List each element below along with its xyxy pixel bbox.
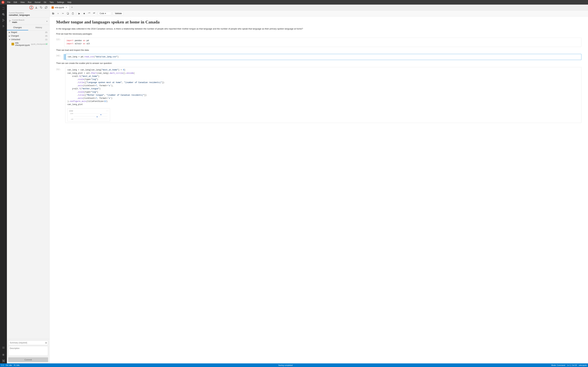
activity-git[interactable] (1, 24, 6, 29)
status-git: Git: idle (6, 364, 12, 366)
menu-run[interactable]: Run (26, 1, 33, 4)
changed-section-header[interactable]: ▶ Changed (0) (7, 34, 49, 38)
menu-file[interactable]: File (6, 1, 12, 4)
paste-button[interactable] (70, 11, 75, 16)
separator-3 (112, 12, 112, 15)
changes-list: ▶ Staged (0) ▶ Changed (0) ▼ Untracked (… (7, 31, 49, 339)
new-tab-button[interactable]: + (69, 5, 75, 10)
code-line: can_lang = can_lang[can_lang["most_at_ho… (68, 68, 579, 72)
svg-point-4 (2, 19, 3, 20)
activity-extensions[interactable] (1, 345, 6, 350)
code-line: .scale(type="log") (68, 78, 579, 81)
code-line: import altair as alt (66, 42, 579, 45)
staged-arrow: ▶ (9, 32, 10, 33)
add-cell-button[interactable]: + (56, 11, 60, 16)
staged-section-header[interactable]: ▶ Staged (0) (7, 31, 49, 34)
untracked-count: (1) (45, 39, 47, 41)
status-line-col: 1 1 (1, 364, 4, 366)
pull-icon[interactable] (34, 6, 38, 9)
copy-button[interactable] (66, 11, 70, 16)
menu-view[interactable]: View (19, 1, 26, 4)
interrupt-button[interactable]: ■ (82, 11, 86, 16)
svg-text:10M: 10M (71, 118, 73, 120)
notebook-tab-icon (52, 6, 54, 9)
refresh-icon[interactable] (44, 6, 48, 9)
menu-kernel[interactable]: Kernel (34, 1, 42, 4)
validate-button[interactable]: Validate (113, 12, 123, 15)
menubar: S File Edit View Run Kernel Git Tabs Set… (0, 0, 588, 5)
branch-section[interactable]: Current Branch main ▾ (7, 18, 49, 25)
code-line: .title(["Mother tongue", "(number of Can… (68, 94, 579, 97)
tab-changes[interactable]: Changes (7, 25, 28, 30)
intro-text: In the language data collected in the 20… (56, 27, 581, 31)
commit-button[interactable]: Commit (8, 357, 48, 362)
svg-point-13 (9, 21, 10, 22)
summary-input[interactable] (8, 341, 48, 345)
svg-point-11 (41, 7, 41, 7)
file-status: U (46, 43, 47, 45)
restart-button[interactable] (87, 11, 91, 16)
code-line: .title(["Language spoken most at home", … (68, 81, 579, 84)
description-textarea[interactable] (8, 346, 48, 356)
status-cursor: Ln 1, Col 20 (567, 364, 577, 366)
notebook-close-btn[interactable]: ✕ (66, 6, 67, 9)
commit-area: ⊞ Commit (7, 339, 49, 363)
svg-point-26 (97, 116, 98, 117)
activity-settings[interactable] (1, 352, 6, 358)
untracked-arrow: ▼ (9, 39, 10, 41)
branch-label: Current Branch (12, 19, 25, 21)
branch-dropdown-arrow[interactable]: ▾ (46, 20, 47, 22)
code-line: .axis(tickCount=7, format='s') (68, 97, 579, 100)
notebook-toolbar: + ✂ ▶ ■ Code ▾ Validate (50, 10, 588, 17)
svg-rect-19 (72, 12, 73, 13)
svg-rect-18 (72, 13, 74, 14)
menu-help[interactable]: Help (66, 1, 73, 4)
code-line: can_lang_plot (68, 103, 579, 106)
activity-source-control[interactable] (1, 18, 6, 23)
cell-content-5[interactable]: can_lang = can_lang[can_lang["most_at_ho… (65, 67, 581, 123)
notebook-tab-eda[interactable]: eda.ipynb ✕ (50, 5, 69, 10)
menu-tabs[interactable]: Tabs (48, 1, 55, 4)
scatter-text: Then we can create the scatter plot to a… (56, 62, 581, 64)
activity-search[interactable] (1, 12, 6, 17)
file-path: .ipynb_checkpoints (31, 43, 46, 45)
code-line: .scale(type="log") (68, 91, 579, 94)
sidebar-toolbar (7, 5, 49, 10)
file-name: eda-checkpoint.ipynb (15, 42, 30, 46)
load-text: First we load the necessary packages: (56, 33, 581, 35)
branch-info: Current Branch main (12, 19, 25, 24)
notebook-tab-name: eda.ipynb (55, 6, 64, 9)
branch-name: main (12, 21, 25, 24)
push-icon[interactable] (29, 6, 33, 9)
repo-name: canadian_languages (9, 14, 47, 16)
code-line: y=alt.Y("mother_tongue") (68, 87, 579, 91)
tab-history[interactable]: History (28, 25, 50, 30)
cell-type-dropdown[interactable]: Code ▾ (98, 12, 111, 15)
activity-puzzle[interactable] (1, 358, 6, 363)
activity-explorer[interactable] (1, 6, 6, 11)
branch-icon (9, 20, 11, 23)
untracked-section-header[interactable]: ▼ Untracked (1) (7, 38, 49, 41)
run-button[interactable]: ▶ (77, 11, 82, 16)
menu-git[interactable]: Git (43, 1, 48, 4)
restart-run-button[interactable] (92, 11, 96, 16)
status-saving: Saving completed (278, 364, 293, 366)
file-item[interactable]: eda-checkpoint.ipynb .ipynb_checkpoints … (7, 41, 49, 47)
save-button[interactable] (51, 11, 55, 16)
cell-content-4[interactable]: can_lang = pd.read_csv("data/can_lang.cs… (65, 54, 581, 60)
code-line: x=alt.X("most_at_home") (68, 75, 579, 78)
summary-icon[interactable]: ⊞ (45, 342, 47, 344)
svg-text:100M: 100M (70, 113, 73, 114)
tag-icon[interactable] (39, 6, 43, 9)
cell-number-2: [2]: (56, 38, 64, 47)
notebook-tabbar: eda.ipynb ✕ + (50, 5, 588, 10)
notebook-content: Mother tongue and languages spoken at ho… (50, 17, 588, 363)
menu-edit[interactable]: Edit (12, 1, 18, 4)
cell-content-2[interactable]: import pandas as pd import altair as alt (64, 38, 581, 47)
repo-section: Current Repository canadian_languages (7, 10, 49, 18)
cell-type-label: Code (100, 12, 104, 15)
menu-settings[interactable]: Settings (56, 1, 65, 4)
notebook-panel: eda.ipynb ✕ + + ✂ ▶ ■ (50, 5, 588, 363)
cut-button[interactable]: ✂ (61, 11, 65, 16)
summary-wrapper: ⊞ (8, 341, 48, 345)
